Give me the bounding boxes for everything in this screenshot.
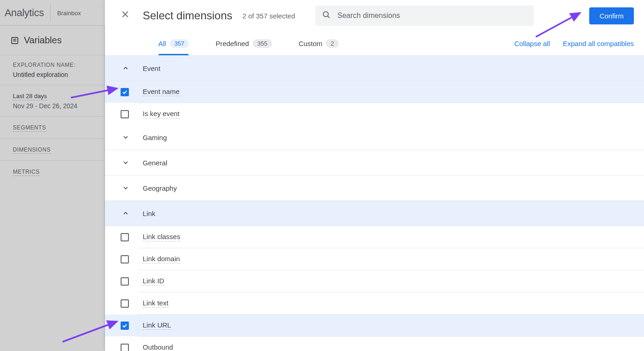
checkbox[interactable] <box>121 344 129 351</box>
checkbox[interactable] <box>121 322 129 330</box>
search-icon <box>322 10 331 21</box>
group-label: General <box>143 159 167 167</box>
close-icon <box>121 10 130 22</box>
chevron-down-icon <box>121 184 131 192</box>
tab-custom[interactable]: Custom 2 <box>292 34 345 53</box>
dimension-item-link-classes[interactable]: Link classes <box>105 226 644 248</box>
group-label: Gaming <box>143 134 167 141</box>
scrim-overlay <box>0 0 105 351</box>
group-label: Event <box>143 64 160 72</box>
panel-subtitle: 2 of 357 selected <box>243 12 295 20</box>
dimension-item-link-domain[interactable]: Link domain <box>105 248 644 270</box>
checkbox[interactable] <box>121 110 129 118</box>
svg-point-5 <box>323 12 328 17</box>
dimension-label: Is key event <box>143 110 180 118</box>
tab-count: 2 <box>326 39 338 48</box>
close-button[interactable] <box>116 6 134 25</box>
checkbox[interactable] <box>121 277 129 286</box>
group-header-link[interactable]: Link <box>105 201 644 226</box>
dimension-label: Link ID <box>143 277 164 286</box>
dimensions-list: Event Event name Is key event Gaming <box>105 55 644 351</box>
confirm-button[interactable]: Confirm <box>589 7 634 24</box>
tab-count: 357 <box>170 39 189 48</box>
svg-line-6 <box>328 16 330 18</box>
tab-count: 355 <box>253 39 272 48</box>
checkbox[interactable] <box>121 255 129 263</box>
chevron-down-icon <box>121 134 131 141</box>
tab-label: All <box>158 40 166 47</box>
tab-label: Predefined <box>215 40 249 47</box>
checkbox[interactable] <box>121 299 129 308</box>
dimension-item-event-name[interactable]: Event name <box>105 81 644 103</box>
chevron-down-icon <box>121 159 131 166</box>
tab-label: Custom <box>299 40 323 47</box>
dimension-item-link-id[interactable]: Link ID <box>105 270 644 292</box>
tabs-row: All 357 Predefined 355 Custom 2 Collapse… <box>105 31 644 55</box>
group-header-geography[interactable]: Geography <box>105 176 644 201</box>
dimension-label: Link text <box>143 299 168 308</box>
dimension-item-link-text[interactable]: Link text <box>105 292 644 314</box>
chevron-up-icon <box>121 64 131 72</box>
collapse-all-button[interactable]: Collapse all <box>514 40 550 47</box>
search-box[interactable] <box>315 6 534 26</box>
dimension-label: Link domain <box>143 255 180 263</box>
search-input[interactable] <box>337 12 527 20</box>
group-items-event: Event name Is key event <box>105 81 644 125</box>
dimension-item-link-url[interactable]: Link URL <box>105 315 644 336</box>
dimension-item-is-key-event[interactable]: Is key event <box>105 103 644 125</box>
dimension-item-outbound[interactable]: Outbound <box>105 337 644 351</box>
group-items-link: Link classes Link domain Link ID Link te… <box>105 226 644 351</box>
group-header-general[interactable]: General <box>105 150 644 176</box>
dimension-label: Link URL <box>143 321 171 330</box>
panel-title: Select dimensions <box>143 9 232 22</box>
chevron-up-icon <box>121 210 131 217</box>
group-header-gaming[interactable]: Gaming <box>105 125 644 150</box>
checkbox[interactable] <box>121 233 129 241</box>
select-dimensions-panel: Select dimensions 2 of 357 selected Conf… <box>105 0 644 351</box>
dimension-label: Link classes <box>143 233 180 241</box>
group-header-event[interactable]: Event <box>105 56 644 81</box>
dimension-label: Event name <box>143 88 180 96</box>
tab-all[interactable]: All 357 <box>152 34 195 53</box>
group-label: Geography <box>143 184 177 192</box>
checkbox[interactable] <box>121 88 129 96</box>
panel-header: Select dimensions 2 of 357 selected Conf… <box>105 0 644 31</box>
dimension-label: Outbound <box>143 343 173 351</box>
group-label: Link <box>143 210 156 217</box>
expand-all-compatibles-button[interactable]: Expand all compatibles <box>563 40 634 47</box>
tab-predefined[interactable]: Predefined 355 <box>209 34 278 53</box>
